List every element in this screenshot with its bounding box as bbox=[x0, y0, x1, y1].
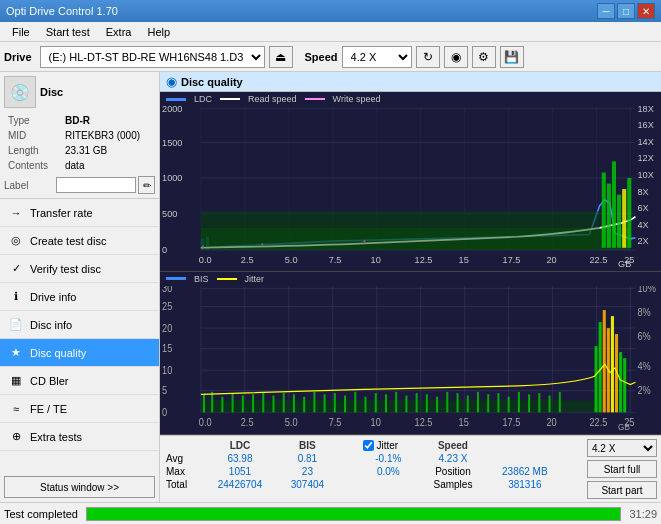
svg-text:7.5: 7.5 bbox=[329, 254, 342, 265]
menu-extra[interactable]: Extra bbox=[98, 24, 140, 40]
svg-rect-135 bbox=[599, 322, 602, 412]
svg-rect-125 bbox=[477, 392, 479, 412]
disc-header: 💿 Disc bbox=[4, 76, 155, 108]
svg-rect-100 bbox=[221, 396, 223, 412]
quality-header: ◉ Disc quality bbox=[160, 72, 661, 92]
svg-rect-108 bbox=[303, 396, 305, 412]
svg-text:0: 0 bbox=[162, 406, 167, 418]
sidebar-item-verify-test-disc[interactable]: ✓ Verify test disc bbox=[0, 255, 159, 283]
svg-rect-134 bbox=[595, 346, 598, 412]
disc-info-icon: 📄 bbox=[8, 317, 24, 333]
disc-label-edit-button[interactable]: ✏ bbox=[138, 176, 155, 194]
disc-section-label: Disc bbox=[40, 86, 63, 98]
sidebar-item-label-extra-tests: Extra tests bbox=[30, 431, 82, 443]
svg-rect-129 bbox=[518, 392, 520, 412]
menu-start-test[interactable]: Start test bbox=[38, 24, 98, 40]
sidebar-item-transfer-rate[interactable]: → Transfer rate bbox=[0, 199, 159, 227]
read-legend-color bbox=[220, 98, 240, 100]
maximize-button[interactable]: □ bbox=[617, 3, 635, 19]
disc-type-row: Type BD-R bbox=[6, 114, 153, 127]
svg-rect-48 bbox=[201, 211, 600, 250]
jitter-checkbox-cell[interactable]: Jitter bbox=[357, 439, 419, 452]
sidebar-item-drive-info[interactable]: ℹ Drive info bbox=[0, 283, 159, 311]
stats-avg-jitter: -0.1% bbox=[357, 452, 419, 465]
sidebar-item-label-verify-test-disc: Verify test disc bbox=[30, 263, 101, 275]
disc-label-input[interactable] bbox=[56, 177, 136, 193]
settings-button2[interactable]: ⚙ bbox=[472, 46, 496, 68]
disc-icon: 💿 bbox=[4, 76, 36, 108]
svg-text:17.5: 17.5 bbox=[503, 415, 521, 427]
svg-rect-121 bbox=[436, 396, 438, 412]
start-part-button[interactable]: Start part bbox=[587, 481, 657, 499]
stats-avg-extra bbox=[487, 452, 563, 465]
svg-rect-119 bbox=[416, 393, 418, 412]
svg-rect-127 bbox=[497, 393, 499, 412]
svg-text:30: 30 bbox=[162, 286, 173, 294]
chart2-legend: BIS Jitter bbox=[160, 272, 661, 286]
svg-rect-107 bbox=[293, 394, 295, 412]
settings-button1[interactable]: ◉ bbox=[444, 46, 468, 68]
svg-rect-124 bbox=[467, 395, 469, 412]
stats-empty2 bbox=[487, 439, 563, 452]
write-legend-label: Write speed bbox=[333, 94, 381, 104]
svg-text:6%: 6% bbox=[637, 330, 650, 342]
sidebar: 💿 Disc Type BD-R MID RITEKBR3 (000) Leng… bbox=[0, 72, 160, 502]
menu-file[interactable]: File bbox=[4, 24, 38, 40]
menu-help[interactable]: Help bbox=[139, 24, 178, 40]
disc-panel: 💿 Disc Type BD-R MID RITEKBR3 (000) Leng… bbox=[0, 72, 159, 199]
stats-position-label: Position bbox=[419, 465, 486, 478]
stats-avg-bis: 0.81 bbox=[277, 452, 337, 465]
svg-text:10: 10 bbox=[371, 415, 382, 427]
refresh-button[interactable]: ↻ bbox=[416, 46, 440, 68]
svg-text:2%: 2% bbox=[637, 384, 650, 396]
sidebar-item-fe-te[interactable]: ≈ FE / TE bbox=[0, 395, 159, 423]
disc-label-label: Label bbox=[4, 180, 54, 191]
disc-contents-label: Contents bbox=[6, 159, 61, 172]
stats-avg-speed: 4.23 X bbox=[419, 452, 486, 465]
drive-info-icon: ℹ bbox=[8, 289, 24, 305]
svg-rect-122 bbox=[446, 392, 448, 412]
jitter-checkbox[interactable] bbox=[363, 440, 374, 451]
charts-area: LDC Read speed Write speed bbox=[160, 92, 661, 502]
stats-position-val: 23862 MB bbox=[487, 465, 563, 478]
speed-select-stats[interactable]: 4.2 X bbox=[587, 439, 657, 457]
svg-rect-109 bbox=[313, 392, 315, 412]
speed-select[interactable]: 4.2 X bbox=[342, 46, 412, 68]
sidebar-item-cd-bler[interactable]: ▦ CD Bler bbox=[0, 367, 159, 395]
sidebar-item-extra-tests[interactable]: ⊕ Extra tests bbox=[0, 423, 159, 451]
svg-text:2X: 2X bbox=[637, 235, 649, 246]
sidebar-item-disc-quality[interactable]: ★ Disc quality bbox=[0, 339, 159, 367]
svg-rect-51 bbox=[612, 161, 616, 247]
svg-rect-101 bbox=[232, 393, 234, 412]
create-test-disc-icon: ◎ bbox=[8, 233, 24, 249]
menubar: File Start test Extra Help bbox=[0, 22, 661, 42]
sidebar-item-disc-info[interactable]: 📄 Disc info bbox=[0, 311, 159, 339]
minimize-button[interactable]: ─ bbox=[597, 3, 615, 19]
sidebar-item-create-test-disc[interactable]: ◎ Create test disc bbox=[0, 227, 159, 255]
svg-rect-117 bbox=[395, 392, 397, 412]
status-text: Test completed bbox=[4, 508, 78, 520]
drive-select[interactable]: (E:) HL-DT-ST BD-RE WH16NS48 1.D3 bbox=[40, 46, 265, 68]
svg-rect-118 bbox=[405, 395, 407, 412]
svg-text:2.5: 2.5 bbox=[241, 415, 254, 427]
progress-bar-container bbox=[86, 507, 621, 521]
stats-header-row: LDC BIS Jitter Speed bbox=[164, 439, 563, 452]
status-window-button[interactable]: Status window >> bbox=[4, 476, 155, 498]
svg-text:10X: 10X bbox=[637, 169, 654, 180]
content-area: ◉ Disc quality LDC Read speed Write spee… bbox=[160, 72, 661, 502]
svg-rect-111 bbox=[334, 393, 336, 412]
close-button[interactable]: ✕ bbox=[637, 3, 655, 19]
svg-text:20: 20 bbox=[162, 322, 173, 334]
ldc-legend-label: LDC bbox=[194, 94, 212, 104]
stats-avg-label: Avg bbox=[164, 452, 203, 465]
stats-total-row: Total 24426704 307404 Samples 381316 bbox=[164, 478, 563, 491]
svg-text:2000: 2000 bbox=[162, 106, 182, 114]
eject-button[interactable]: ⏏ bbox=[269, 46, 293, 68]
stats-speed-header: Speed bbox=[419, 439, 486, 452]
save-button[interactable]: 💾 bbox=[500, 46, 524, 68]
svg-rect-126 bbox=[487, 394, 489, 412]
svg-text:16X: 16X bbox=[637, 119, 654, 130]
sidebar-item-label-disc-quality: Disc quality bbox=[30, 347, 86, 359]
start-full-button[interactable]: Start full bbox=[587, 460, 657, 478]
stats-empty-header bbox=[164, 439, 203, 452]
